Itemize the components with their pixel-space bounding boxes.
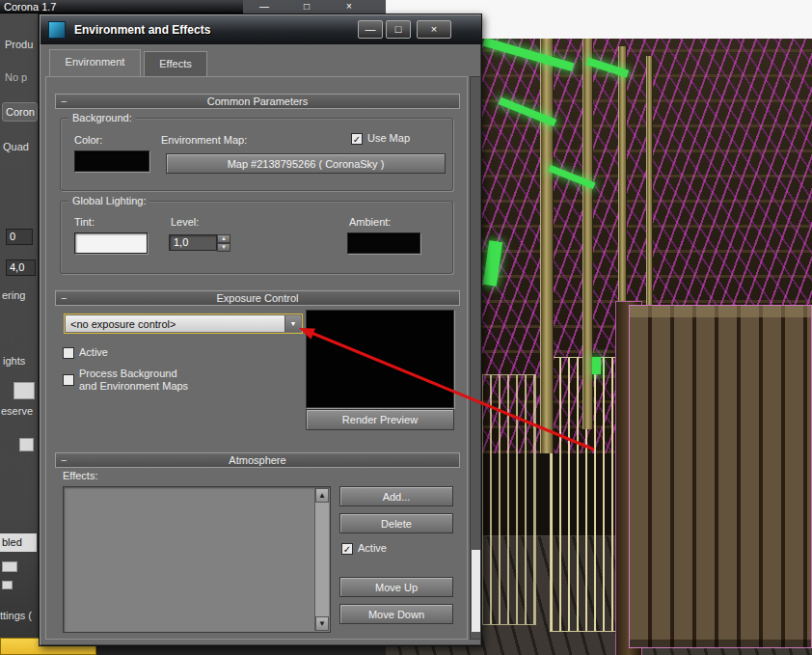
process-background-checkbox[interactable]: Process Background and Environment Maps bbox=[63, 368, 188, 393]
effects-list[interactable]: ▲ ▼ bbox=[63, 486, 331, 633]
level-spinner[interactable]: 1,0 ▲ ▼ bbox=[169, 234, 230, 251]
dialog-titlebar[interactable]: Environment and Effects bbox=[41, 15, 481, 44]
rollout-title: Atmosphere bbox=[229, 454, 285, 466]
checkbox-box[interactable]: ✓ bbox=[341, 543, 353, 555]
tab-effects[interactable]: Effects bbox=[144, 51, 207, 76]
panel-number-field[interactable]: 4,0 bbox=[6, 259, 36, 276]
panel-text-fragment: Quad bbox=[3, 141, 29, 152]
maximize-button[interactable]: □ bbox=[295, 0, 318, 14]
panel-text-fragment: ights bbox=[3, 355, 25, 367]
collapse-icon: − bbox=[61, 95, 67, 108]
dropdown-value: <no exposure control> bbox=[70, 318, 176, 330]
environment-map-label: Environment Map: bbox=[161, 134, 247, 146]
scroll-down-icon[interactable]: ▼ bbox=[315, 616, 329, 631]
panel-number-field[interactable]: 0 bbox=[6, 229, 33, 245]
exposure-control-dropdown[interactable]: <no exposure control> ▼ bbox=[65, 314, 302, 333]
panel-text-fragment: eserve bbox=[1, 405, 33, 417]
exposure-preview bbox=[306, 310, 454, 408]
use-map-checkbox[interactable]: ✓ Use Map bbox=[351, 132, 410, 145]
panel-button-fragment[interactable]: Coron bbox=[2, 102, 38, 122]
ambient-color-swatch[interactable] bbox=[347, 232, 420, 254]
wooden-crate-wall bbox=[629, 305, 812, 648]
use-map-label: Use Map bbox=[367, 132, 410, 145]
panel-text-fragment: Produ bbox=[5, 39, 33, 50]
dialog-maximize-button[interactable]: □ bbox=[386, 20, 411, 39]
spinner-buttons[interactable]: ▲ ▼ bbox=[217, 234, 230, 251]
tab-environment[interactable]: Environment bbox=[49, 49, 141, 76]
dialog-close-button[interactable]: × bbox=[417, 20, 451, 39]
move-down-button[interactable]: Move Down bbox=[339, 604, 453, 624]
rollout-title: Exposure Control bbox=[217, 292, 299, 304]
dialog-minimize-button[interactable]: — bbox=[358, 20, 383, 39]
ambient-label: Ambient: bbox=[349, 216, 391, 228]
exposure-active-checkbox[interactable]: Active bbox=[63, 346, 108, 359]
color-label: Color: bbox=[74, 134, 102, 146]
level-value[interactable]: 1,0 bbox=[169, 234, 217, 251]
checkbox-box[interactable]: ✓ bbox=[351, 133, 363, 145]
global-lighting-group-label: Global Lighting: bbox=[68, 195, 149, 206]
checkbox-box[interactable] bbox=[63, 374, 74, 386]
background-color-swatch[interactable] bbox=[74, 150, 149, 172]
panel-text-fragment: ering bbox=[2, 289, 25, 301]
close-button[interactable]: × bbox=[338, 0, 361, 14]
stall-fence-far bbox=[480, 374, 536, 625]
effects-list-scrollbar[interactable]: ▲ ▼ bbox=[314, 488, 329, 631]
dropdown-arrow-icon[interactable]: ▼ bbox=[284, 315, 301, 332]
green-light-bar bbox=[592, 357, 601, 374]
effects-label: Effects: bbox=[63, 470, 97, 481]
panel-fragment bbox=[14, 382, 35, 399]
minimize-button[interactable]: — bbox=[253, 0, 276, 14]
tint-label: Tint: bbox=[74, 216, 95, 228]
dialog-scrollbar[interactable] bbox=[470, 76, 481, 640]
delete-button[interactable]: Delete bbox=[339, 513, 453, 533]
spinner-up-icon[interactable]: ▲ bbox=[217, 234, 230, 243]
panel-fragment bbox=[2, 561, 17, 572]
panel-text-fragment: No p bbox=[5, 71, 27, 83]
process-label-line1: Process Background bbox=[79, 368, 177, 379]
panel-text-fragment: ttings ( bbox=[0, 610, 32, 621]
wooden-post bbox=[540, 39, 554, 453]
main-window-title: Corona 1.7 bbox=[4, 0, 56, 14]
panel-fragment bbox=[2, 581, 13, 589]
panel-fragment bbox=[19, 438, 34, 451]
rollout-atmosphere[interactable]: − Atmosphere bbox=[55, 452, 460, 468]
panel-selected-row[interactable]: bled bbox=[0, 533, 37, 552]
exposure-active-label: Active bbox=[79, 346, 108, 359]
render-preview-button[interactable]: Render Preview bbox=[306, 409, 454, 430]
checkbox-box[interactable] bbox=[63, 347, 74, 359]
add-button[interactable]: Add... bbox=[339, 486, 453, 506]
dialog-content: − Common Parameters Background: Color: E… bbox=[45, 76, 468, 640]
atmosphere-active-checkbox[interactable]: ✓ Active bbox=[341, 542, 387, 555]
environment-map-button[interactable]: Map #2138795266 ( CoronaSky ) bbox=[166, 153, 446, 174]
atmosphere-active-label: Active bbox=[358, 542, 387, 555]
scrollbar-thumb[interactable] bbox=[472, 550, 480, 632]
rollout-common-parameters[interactable]: − Common Parameters bbox=[55, 94, 460, 109]
background-group-label: Background: bbox=[68, 112, 136, 123]
tint-color-swatch[interactable] bbox=[74, 232, 148, 254]
level-label: Level: bbox=[171, 216, 199, 228]
rollout-exposure-control[interactable]: − Exposure Control bbox=[55, 290, 460, 306]
collapse-icon: − bbox=[61, 291, 67, 305]
process-label-line2: and Environment Maps bbox=[79, 380, 188, 392]
process-background-label: Process Background and Environment Maps bbox=[79, 368, 188, 393]
main-window-titlebar: Corona 1.7 — □ × bbox=[0, 0, 386, 14]
rollout-title: Common Parameters bbox=[207, 96, 309, 107]
spinner-down-icon[interactable]: ▼ bbox=[217, 243, 230, 252]
move-up-button[interactable]: Move Up bbox=[339, 577, 453, 597]
left-toolbar-panel: Produ No p Coron Quad 0 4,0 ering ights … bbox=[0, 14, 39, 655]
dialog-title: Environment and Effects bbox=[74, 23, 210, 37]
environment-effects-dialog: Environment and Effects — □ × Environmen… bbox=[39, 14, 482, 646]
app-icon bbox=[48, 21, 66, 39]
scroll-up-icon[interactable]: ▲ bbox=[315, 488, 329, 503]
collapse-icon: − bbox=[61, 453, 67, 467]
